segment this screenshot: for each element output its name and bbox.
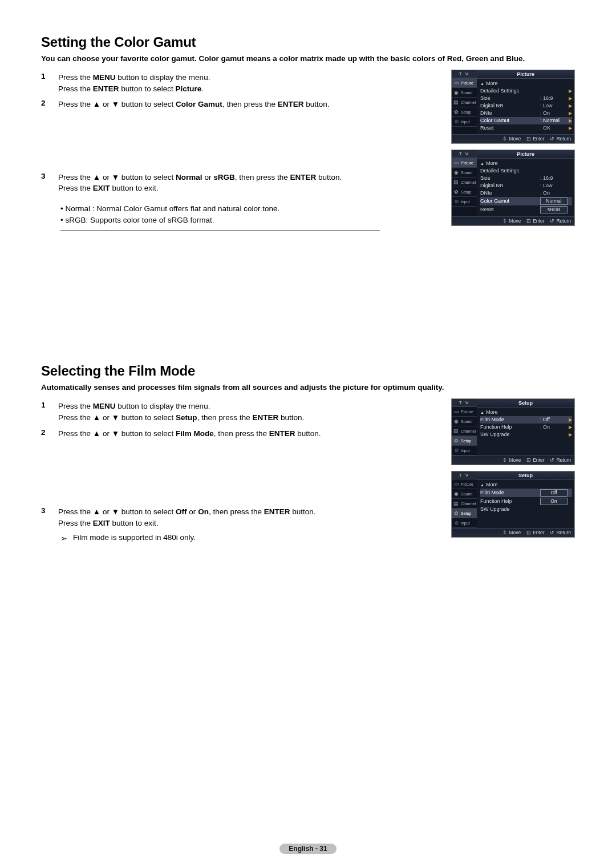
t: button to exit.: [110, 184, 159, 192]
osd-row: Film Mode: Off▶: [480, 416, 572, 424]
manual-page: Setting the Color Gamut You can choose y…: [0, 0, 616, 867]
down-icon: ▼: [112, 100, 119, 108]
enter-icon: ⊡: [526, 457, 531, 463]
enter-icon: ⊡: [526, 136, 531, 142]
osd-footer-enter: ⊡Enter: [526, 218, 544, 224]
osd-side-label: Sound: [461, 171, 472, 175]
osd-side-item-setup: ✿Setup: [452, 436, 477, 446]
osd-footer-move: ⇕Move: [502, 530, 521, 535]
step-text: Press the MENU button to display the men…: [58, 401, 304, 423]
osd-side-label: Input: [461, 449, 470, 453]
chevron-right-icon: ▶: [568, 125, 572, 131]
osd-side-icon: ▭: [453, 409, 460, 414]
osd-side-item-channel: ▤Channel: [452, 178, 477, 187]
osd-row-label: Digital NR: [480, 183, 540, 189]
osd-side-item-channel: ▤Channel: [452, 426, 477, 436]
osd-row-label: Reset: [480, 125, 540, 131]
osd-row-label: DNIe: [480, 110, 540, 116]
up-icon: ▲: [480, 162, 484, 166]
t: : Supports color tone of sRGB format.: [86, 216, 214, 224]
osd-side-icon: ⎚: [453, 447, 460, 453]
up-icon: ▲: [93, 413, 100, 422]
t: , then press the: [197, 413, 253, 422]
t: Press the: [58, 413, 93, 422]
t: MENU: [93, 402, 116, 410]
step-number: 1: [41, 72, 50, 94]
chevron-right-icon: ▶: [568, 417, 572, 423]
t: Press the: [58, 73, 93, 82]
osd-side-item-picture: ▭Picture: [452, 78, 477, 88]
t: sRGB: [66, 216, 86, 224]
osd-sidebar: T V▭Picture◉Sound▤Channel✿Setup⎚Input: [452, 150, 477, 216]
t: button to display the menu.: [116, 73, 210, 82]
osd-row-label: SW Upgrade: [480, 506, 540, 513]
osd-setup-1: T V▭Picture◉Sound▤Channel✿Setup⎚InputSet…: [451, 398, 575, 465]
osd-side-item-picture: ▭Picture: [452, 158, 477, 168]
t: EXIT: [93, 184, 110, 192]
move-icon: ⇕: [502, 457, 507, 463]
osd-side-item-input: ⎚Input: [452, 518, 477, 528]
osd-sidebar: T V▭Picture◉Sound▤Channel✿Setup⎚Input: [452, 471, 477, 528]
osd-more: ▲More: [480, 160, 572, 167]
osd-side-item-input: ⎚Input: [452, 197, 477, 207]
osd-footer-return: ↺Return: [550, 457, 571, 463]
t: Press the: [58, 84, 93, 93]
page-footer: English - 31: [0, 843, 616, 854]
return-icon: ↺: [550, 218, 554, 224]
t: Setup: [176, 413, 197, 422]
t: Press the: [58, 184, 93, 192]
osd-row-label: Size: [480, 95, 540, 102]
step-3: 3 Press the ▲ or ▼ button to select Norm…: [41, 170, 442, 194]
osd-tv-label: T V: [452, 70, 477, 78]
osd-column: T V▭Picture◉Sound▤Channel✿Setup⎚InputPic…: [451, 70, 575, 232]
osd-footer: ⇕Move⊡Enter↺Return: [452, 528, 574, 537]
osd-side-item-input: ⎚Input: [452, 117, 477, 127]
up-icon: ▲: [480, 483, 484, 487]
step-text: Press the ▲ or ▼ button to select Color …: [58, 99, 330, 110]
t: Press the: [58, 429, 93, 438]
osd-more: ▲More: [480, 409, 572, 416]
osd-row: Function HelpOn: [480, 497, 572, 506]
t: or: [100, 413, 112, 422]
t: Film Mode: [176, 429, 214, 438]
osd-row: DNIe: On▶: [480, 110, 572, 117]
up-icon: ▲: [93, 173, 100, 182]
osd-row-option: Off: [540, 489, 568, 497]
osd-side-icon: ✿: [453, 438, 460, 443]
osd-side-icon: ▭: [453, 160, 460, 166]
up-icon: ▲: [93, 429, 100, 438]
page-number-pill: English - 31: [279, 844, 336, 854]
t: Press the: [58, 507, 93, 516]
osd-side-item-channel: ▤Channel: [452, 98, 477, 107]
up-icon: ▲: [480, 82, 484, 86]
osd-row-label: Reset: [480, 207, 540, 213]
step-number: 1: [41, 401, 50, 423]
step-2: 2 Press the ▲ or ▼ button to select Film…: [41, 426, 442, 439]
osd-side-item-setup: ✿Setup: [452, 187, 477, 197]
osd-row-value: : Low: [540, 183, 568, 189]
chevron-right-icon: ▶: [568, 424, 572, 430]
osd-side-icon: ✿: [453, 510, 460, 516]
t: Normal: [66, 204, 91, 213]
return-icon: ↺: [550, 530, 554, 535]
osd-row-value: : 16:9: [540, 95, 568, 102]
return-icon: ↺: [550, 457, 554, 463]
osd-row: Size: 16:9: [480, 175, 572, 182]
bullet-icon: •: [60, 204, 63, 213]
osd-side-label: Input: [461, 200, 470, 204]
t: button to display the menu.: [116, 402, 210, 410]
t: button.: [303, 100, 329, 108]
divider: [60, 230, 380, 231]
down-icon: ▼: [112, 507, 119, 516]
osd-side-label: Picture: [461, 410, 473, 414]
step-text: Press the ▲ or ▼ button to select Film M…: [58, 428, 321, 439]
osd-more: ▲More: [480, 80, 572, 87]
osd-row: SW Upgrade: [480, 506, 572, 513]
osd-tv-label: T V: [452, 399, 477, 407]
osd-side-label: Setup: [461, 190, 471, 194]
osd-row-option: Normal: [540, 197, 568, 205]
bullet-2: • sRGB: Supports color tone of sRGB form…: [60, 215, 442, 226]
osd-tv-label: T V: [452, 471, 477, 479]
osd-side-icon: ⎚: [453, 119, 460, 124]
t: Press the: [58, 519, 93, 527]
